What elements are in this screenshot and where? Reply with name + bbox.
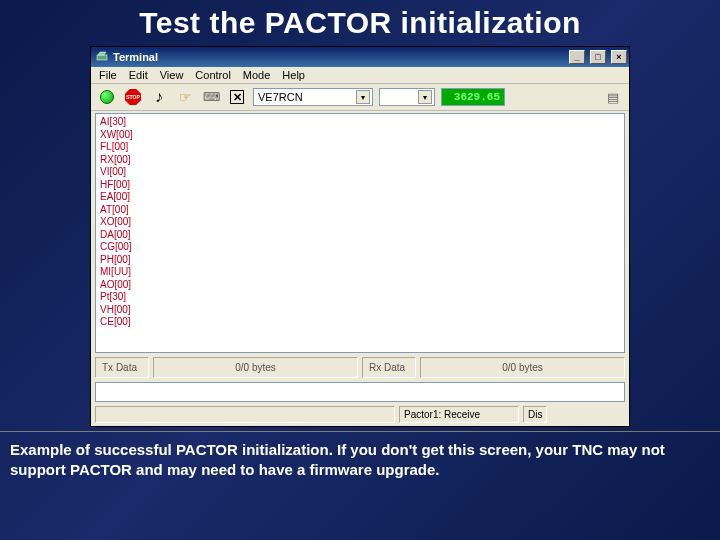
stop-button[interactable]: STOP: [123, 87, 143, 107]
terminal-line: VI[00]: [100, 166, 620, 179]
tx-bytes: 0/0 bytes: [153, 357, 358, 378]
callsign-combo[interactable]: VE7RCN ▾: [253, 88, 373, 106]
terminal-line: AT[00]: [100, 204, 620, 217]
music-note-icon: ♪: [155, 89, 163, 105]
terminal-line: XO[00]: [100, 216, 620, 229]
terminal-line: FL[00]: [100, 141, 620, 154]
svg-rect-0: [97, 55, 107, 60]
terminal-line: XW[00]: [100, 129, 620, 142]
x-box-icon: ✕: [230, 90, 244, 104]
menubar: File Edit View Control Mode Help: [91, 67, 629, 84]
tx-data-label: Tx Data: [95, 357, 149, 378]
empty-combo[interactable]: ▾: [379, 88, 435, 106]
rx-data-label: Rx Data: [362, 357, 416, 378]
minimize-button[interactable]: _: [569, 50, 585, 64]
terminal-line: HF[00]: [100, 179, 620, 192]
green-led-icon: [100, 90, 114, 104]
terminal-window: Terminal _ □ × File Edit View Control Mo…: [90, 46, 630, 427]
titlebar: Terminal _ □ ×: [91, 47, 629, 67]
slide-caption: Example of successful PACTOR initializat…: [0, 431, 720, 481]
data-status-row: Tx Data 0/0 bytes Rx Data 0/0 bytes: [91, 355, 629, 380]
stop-icon: STOP: [125, 89, 141, 105]
input-field[interactable]: [95, 382, 625, 402]
window-title: Terminal: [113, 51, 158, 63]
document-icon[interactable]: ▤: [607, 90, 619, 105]
status-right: Dis: [523, 406, 547, 423]
keyboard-icon: ⌨: [203, 90, 220, 104]
menu-mode[interactable]: Mode: [243, 69, 271, 81]
keyboard-button[interactable]: ⌨: [201, 87, 221, 107]
terminal-line: EA[00]: [100, 191, 620, 204]
menu-help[interactable]: Help: [282, 69, 305, 81]
terminal-line: AO[00]: [100, 279, 620, 292]
terminal-output: AI[30]XW[00]FL[00]RX[00]VI[00]HF[00]EA[0…: [95, 113, 625, 353]
status-blank: [95, 406, 395, 423]
terminal-line: VH[00]: [100, 304, 620, 317]
app-icon: [95, 50, 109, 64]
terminal-line: AI[30]: [100, 116, 620, 129]
sound-button[interactable]: ♪: [149, 87, 169, 107]
status-mode: Pactor1: Receive: [399, 406, 519, 423]
menu-control[interactable]: Control: [195, 69, 230, 81]
terminal-line: DA[00]: [100, 229, 620, 242]
toolbar: STOP ♪ ☞ ⌨ ✕ VE7RCN ▾ ▾ 3629.65 ▤: [91, 84, 629, 111]
chevron-down-icon: ▾: [418, 90, 432, 104]
callsign-value: VE7RCN: [258, 91, 303, 103]
close-button[interactable]: ×: [611, 50, 627, 64]
abort-button[interactable]: ✕: [227, 87, 247, 107]
terminal-line: PH[00]: [100, 254, 620, 267]
hand-icon: ☞: [179, 89, 192, 105]
menu-file[interactable]: File: [99, 69, 117, 81]
rx-bytes: 0/0 bytes: [420, 357, 625, 378]
terminal-line: RX[00]: [100, 154, 620, 167]
terminal-line: MI[UU]: [100, 266, 620, 279]
maximize-button[interactable]: □: [590, 50, 606, 64]
hand-button[interactable]: ☞: [175, 87, 195, 107]
slide-title: Test the PACTOR initialization: [0, 0, 720, 44]
terminal-line: Pt[30]: [100, 291, 620, 304]
frequency-value: 3629.65: [454, 91, 500, 103]
connect-button[interactable]: [97, 87, 117, 107]
terminal-line: CE[00]: [100, 316, 620, 329]
menu-view[interactable]: View: [160, 69, 184, 81]
frequency-display[interactable]: 3629.65: [441, 88, 505, 106]
terminal-line: CG[00]: [100, 241, 620, 254]
chevron-down-icon: ▾: [356, 90, 370, 104]
status-bar: Pactor1: Receive Dis: [91, 404, 629, 426]
menu-edit[interactable]: Edit: [129, 69, 148, 81]
